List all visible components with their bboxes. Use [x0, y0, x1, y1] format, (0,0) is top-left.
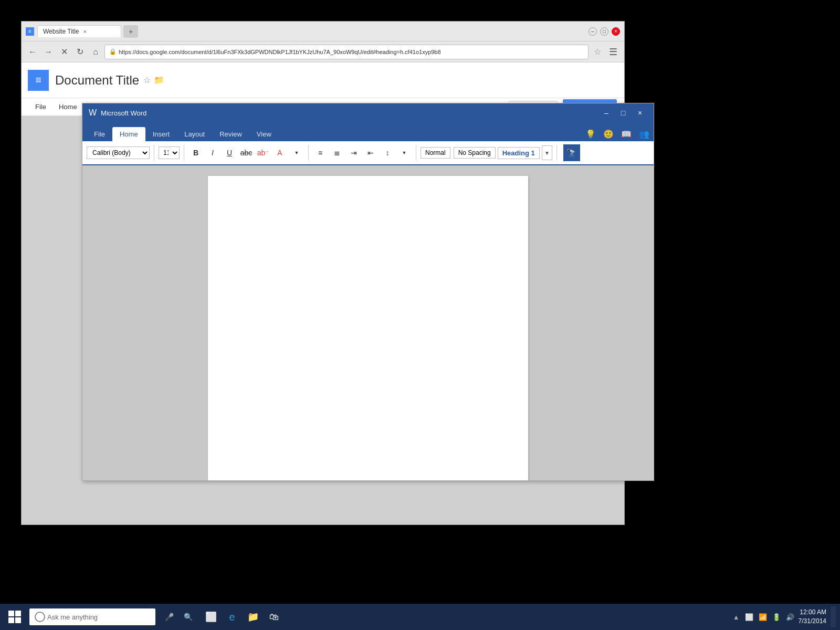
tab-title: Website Title: [43, 28, 79, 35]
word-page[interactable]: [208, 176, 528, 480]
browser-titlebar: Website Title × + – □ ×: [22, 22, 624, 41]
notifications-icon[interactable]: ▲: [733, 613, 740, 621]
strikethrough-button[interactable]: abc: [239, 145, 254, 160]
start-button[interactable]: [4, 606, 25, 627]
address-bar[interactable]: 🔒 https://docs.google.com/document/d/1l6…: [104, 45, 589, 59]
separator-4: [416, 145, 416, 161]
word-ribbon-icons: 💡 🙂 📖 👥: [585, 129, 649, 141]
book-icon[interactable]: 📖: [621, 129, 632, 139]
volume-icon[interactable]: 🔊: [786, 613, 794, 621]
word-close-button[interactable]: ×: [633, 106, 647, 120]
word-tab-insert[interactable]: Insert: [145, 127, 177, 141]
gdocs-logo-icon: [28, 70, 49, 91]
clock-date: 7/31/2014: [799, 617, 826, 626]
system-clock[interactable]: 12:00 AM 7/31/2014: [799, 608, 826, 626]
find-replace-button[interactable]: 🔭: [563, 144, 580, 161]
clock-time: 12:00 AM: [799, 608, 826, 617]
lightbulb-icon[interactable]: 💡: [585, 129, 596, 139]
system-icons: ▲ ⬜ 📶 🔋 🔊: [733, 613, 794, 621]
ie-browser-icon[interactable]: e: [223, 607, 242, 626]
font-color-button[interactable]: A: [272, 145, 287, 160]
styles-dropdown-button[interactable]: ▼: [542, 145, 552, 160]
formatting-dropdown[interactable]: ▼: [397, 145, 412, 160]
font-size-select[interactable]: 11: [159, 146, 180, 159]
back-button[interactable]: ←: [26, 45, 39, 59]
word-app-icon: W: [89, 108, 97, 118]
people-icon[interactable]: 👥: [639, 129, 649, 139]
indent-button[interactable]: ⇥: [346, 145, 361, 160]
favorite-star-icon[interactable]: ☆: [143, 75, 151, 85]
browser-maximize-button[interactable]: □: [600, 27, 608, 36]
url-text: https://docs.google.com/document/d/1l6uF…: [119, 49, 441, 55]
cortana-search-bar[interactable]: Ask me anything: [29, 608, 155, 625]
browser-window: Website Title × + – □ × ← → ✕ ↻ ⌂ 🔒 http…: [21, 21, 625, 525]
style-normal-button[interactable]: Normal: [421, 147, 450, 159]
gdocs-menu-home[interactable]: Home: [54, 101, 82, 113]
home-button[interactable]: ⌂: [89, 45, 102, 59]
separator-5: [556, 145, 557, 161]
show-desktop-button[interactable]: [831, 606, 836, 627]
system-tray: ▲ ⬜ 📶 🔋 🔊 12:00 AM 7/31/2014: [733, 606, 836, 627]
file-explorer-icon[interactable]: 📁: [244, 607, 262, 626]
font-color-dropdown[interactable]: ▼: [289, 145, 304, 160]
cortana-circle-icon: [35, 612, 45, 622]
separator-2: [184, 145, 184, 161]
browser-close-button[interactable]: ×: [612, 27, 620, 36]
desktop: Website Title × + – □ × ← → ✕ ↻ ⌂ 🔒 http…: [0, 0, 840, 630]
bullets-button[interactable]: ≡: [313, 145, 328, 160]
taskbar-desktop-icon[interactable]: ⬜: [745, 613, 753, 621]
folder-icon[interactable]: 📁: [154, 75, 164, 85]
style-heading1-button[interactable]: Heading 1: [498, 147, 540, 159]
binoculars-icon: 🔭: [566, 148, 577, 158]
ssl-lock-icon: 🔒: [109, 48, 117, 55]
window-controls: – □ ×: [589, 27, 620, 36]
windows-logo-icon: [8, 611, 21, 623]
taskbar-search-button[interactable]: 🔍: [178, 607, 197, 626]
underline-button[interactable]: U: [222, 145, 237, 160]
browser-favicon-icon: [26, 27, 34, 36]
taskbar-app-icons: ⬜ e 📁 🛍: [202, 607, 284, 626]
stop-button[interactable]: ✕: [57, 45, 71, 59]
search-placeholder: Ask me anything: [47, 613, 98, 621]
style-nospace-button[interactable]: No Spacing: [454, 147, 496, 159]
font-family-select[interactable]: Calibri (Body): [87, 146, 150, 159]
word-titlebar: W Microsoft Word – □ ×: [82, 103, 654, 122]
bookmark-button[interactable]: ☆: [591, 45, 604, 59]
wifi-icon[interactable]: 📶: [759, 613, 767, 621]
word-toolbar: Calibri (Body) 11 B I U abc ab⁻ A ▼ ≡ ≣ …: [82, 141, 654, 165]
word-tab-layout[interactable]: Layout: [177, 127, 212, 141]
word-document-area: [82, 165, 654, 480]
new-tab-button[interactable]: +: [123, 25, 138, 38]
word-tab-review[interactable]: Review: [212, 127, 249, 141]
task-view-button[interactable]: ⬜: [202, 607, 220, 626]
word-minimize-button[interactable]: –: [599, 106, 614, 120]
word-tab-file[interactable]: File: [87, 127, 112, 141]
word-tab-view[interactable]: View: [249, 127, 279, 141]
bold-button[interactable]: B: [188, 145, 203, 160]
word-title-text: Microsoft Word: [101, 109, 146, 117]
line-spacing-button[interactable]: ↕: [380, 145, 395, 160]
document-title[interactable]: Document Title: [55, 73, 139, 88]
smiley-icon[interactable]: 🙂: [603, 129, 614, 139]
tab-close-button[interactable]: ×: [83, 28, 86, 35]
forward-button[interactable]: →: [41, 45, 55, 59]
battery-icon[interactable]: 🔋: [772, 613, 781, 621]
highlight-button[interactable]: ab⁻: [256, 145, 270, 160]
separator-1: [154, 145, 154, 161]
browser-menu-button[interactable]: ☰: [606, 45, 620, 59]
store-icon[interactable]: 🛍: [265, 607, 284, 626]
italic-button[interactable]: I: [205, 145, 220, 160]
cortana-mic-button[interactable]: 🎤: [160, 607, 178, 626]
gdocs-menu-file[interactable]: File: [30, 101, 51, 113]
word-window-controls: – □ ×: [599, 106, 647, 120]
word-maximize-button[interactable]: □: [616, 106, 631, 120]
browser-tab[interactable]: Website Title ×: [37, 25, 121, 37]
browser-minimize-button[interactable]: –: [589, 27, 597, 36]
word-window: W Microsoft Word – □ × File Home Insert …: [82, 103, 654, 481]
numbering-button[interactable]: ≣: [330, 145, 344, 160]
browser-navbar: ← → ✕ ↻ ⌂ 🔒 https://docs.google.com/docu…: [22, 41, 624, 62]
outdent-button[interactable]: ⇤: [363, 145, 378, 160]
word-tab-home[interactable]: Home: [112, 127, 145, 141]
refresh-button[interactable]: ↻: [73, 45, 87, 59]
word-ribbon-tabs: File Home Insert Layout Review View 💡 🙂 …: [82, 122, 654, 141]
